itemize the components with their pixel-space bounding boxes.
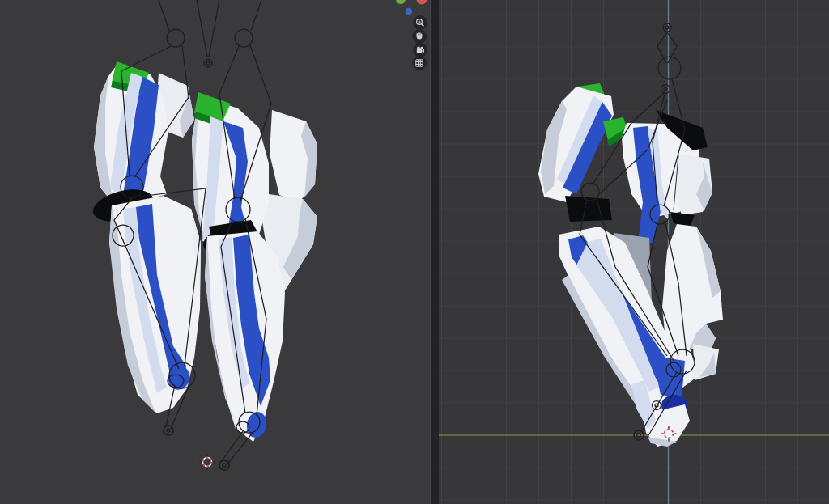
- viewport-side[interactable]: [439, 0, 829, 504]
- zoom-view-button[interactable]: [413, 15, 427, 30]
- axis-ball-z[interactable]: [406, 8, 412, 15]
- bone-joint-ring: [204, 59, 212, 67]
- toe-joint-ring: [164, 426, 173, 435]
- toe-joint-ring: [223, 464, 226, 467]
- bone-joint-ring: [663, 23, 671, 32]
- hip-bone-wire: [657, 32, 677, 63]
- bone-joint-ring: [665, 26, 669, 29]
- mecha-leg-left-mesh[interactable]: [90, 61, 201, 413]
- clavicle-wire: [159, 0, 261, 31]
- blender-split-3d-viewport: [0, 0, 829, 504]
- toe-joint-ring: [219, 460, 229, 470]
- toe-joint-ring: [167, 429, 170, 432]
- mecha-legs-side-mesh[interactable]: [538, 83, 723, 447]
- pan-view-button[interactable]: [412, 29, 427, 44]
- viewport-divider[interactable]: [430, 0, 439, 504]
- toggle-grid-button[interactable]: [412, 56, 427, 70]
- bone-joint-ring: [206, 61, 210, 65]
- bone-joint-ring: [664, 87, 667, 91]
- 3d-cursor: [200, 455, 215, 470]
- camera-view-button[interactable]: [413, 43, 427, 57]
- mecha-leg-right-mesh[interactable]: [192, 92, 317, 442]
- hip-joint-circle: [235, 29, 253, 47]
- axis-ball-y[interactable]: [396, 0, 406, 4]
- under-knee-shadow: [565, 196, 612, 222]
- axis-ball-x[interactable]: [417, 0, 427, 5]
- under-knee-shadow2: [670, 212, 695, 227]
- axis-gizmo[interactable]: [396, 0, 427, 15]
- viewport-tools: [412, 15, 427, 70]
- spine-bone-wire: [196, 0, 220, 57]
- viewport-front[interactable]: [0, 0, 430, 504]
- hip-joint-circle: [167, 29, 185, 47]
